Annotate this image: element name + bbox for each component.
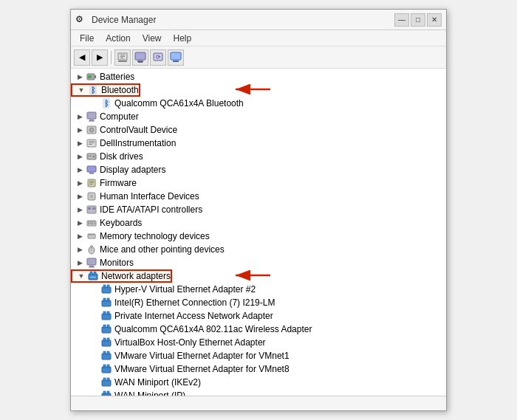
wan-ip-icon <box>100 390 112 396</box>
toolbar-extra-button[interactable] <box>168 49 184 66</box>
svg-rect-33 <box>87 166 96 172</box>
tree-item-displayadapters[interactable]: ▶ Display adapters <box>71 163 446 176</box>
toolbar-forward-button[interactable]: ▶ <box>92 49 108 66</box>
firmware-icon <box>86 177 97 189</box>
menu-file[interactable]: File <box>74 32 100 45</box>
tree-item-network[interactable]: ▼ Network adapters <box>71 269 172 283</box>
minimize-button[interactable]: — <box>394 13 409 27</box>
mice-icon <box>86 244 97 255</box>
network-arrow <box>230 268 274 283</box>
svg-point-68 <box>95 277 96 278</box>
toolbar-back-button[interactable]: ◀ <box>74 49 90 66</box>
svg-rect-81 <box>103 325 106 328</box>
expand-diskdrives[interactable]: ▶ <box>74 151 86 162</box>
displayadapters-icon <box>86 164 97 176</box>
svg-point-25 <box>89 128 94 132</box>
close-button[interactable]: ✕ <box>427 13 442 27</box>
diskdrives-label: Disk drives <box>100 151 143 162</box>
toolbar-scan-button[interactable] <box>132 49 148 66</box>
tree-item-qualcomm-wifi[interactable]: Qualcomm QCA61x4A 802.11ac Wireless Adap… <box>71 323 446 336</box>
svg-rect-75 <box>103 298 106 301</box>
tree-item-vmware8[interactable]: VMware Virtual Ethernet Adapter for VMne… <box>71 362 446 376</box>
svg-rect-11 <box>173 61 179 62</box>
tree-item-wan-ikev2[interactable]: WAN Miniport (IKEv2) <box>71 376 446 389</box>
expand-keyboards[interactable]: ▶ <box>74 217 86 229</box>
expand-bluetooth[interactable]: ▼ <box>75 84 87 96</box>
tree-item-ide[interactable]: ▶ IDE ATA/ATAPI controllers <box>71 203 446 216</box>
expand-firmware[interactable]: ▶ <box>74 177 86 189</box>
tree-item-wan-ip[interactable]: WAN Miniport (IP) <box>71 389 446 396</box>
expand-mice[interactable]: ▶ <box>74 244 86 255</box>
window-title: Device Manager <box>92 15 156 25</box>
expand-ide[interactable]: ▶ <box>74 204 86 216</box>
toolbar: ◀ ▶ ⟳ <box>71 47 446 69</box>
expand-controlvault[interactable]: ▶ <box>74 124 86 136</box>
tree-item-intel-eth[interactable]: Intel(R) Ethernet Connection (7) I219-LM <box>71 296 446 309</box>
window-icon: ⚙ <box>75 14 87 26</box>
expand-displayadapters[interactable]: ▶ <box>74 164 86 176</box>
tree-item-firmware[interactable]: ▶ Firmware <box>71 176 446 190</box>
tree-item-controlvault[interactable]: ▶ ControlVault Device <box>71 123 446 137</box>
tree-item-hyperv[interactable]: Hyper-V Virtual Ethernet Adapter #2 <box>71 283 446 296</box>
network-icon <box>87 270 99 282</box>
bluetooth-label: Bluetooth <box>101 85 139 95</box>
bluetooth-row-container: ▼ ᛒ Bluetooth <box>71 83 446 97</box>
expand-network[interactable]: ▼ <box>75 270 87 282</box>
svg-rect-53 <box>89 234 89 235</box>
tree-item-bluetooth[interactable]: ▼ ᛒ Bluetooth <box>71 83 140 97</box>
svg-rect-6 <box>137 61 143 62</box>
tree-item-diskdrives[interactable]: ▶ Disk drives <box>71 150 446 163</box>
svg-rect-37 <box>89 182 94 183</box>
hyperv-icon <box>100 283 112 295</box>
svg-rect-23 <box>89 121 95 122</box>
expand-memtech[interactable]: ▶ <box>74 230 86 242</box>
status-bar <box>71 396 446 410</box>
monitors-icon <box>86 257 97 269</box>
expand-hid[interactable]: ▶ <box>74 190 86 202</box>
expand-monitors[interactable]: ▶ <box>74 257 86 269</box>
svg-rect-50 <box>90 224 93 225</box>
device-tree[interactable]: ▶ Batteries ▼ ᛒ Bluetooth <box>71 69 446 396</box>
expand-dellinstr[interactable]: ▶ <box>74 137 86 149</box>
computer-label: Computer <box>100 111 139 122</box>
tree-item-private-inet[interactable]: Private Internet Access Network Adapter <box>71 309 446 323</box>
expand-batteries[interactable]: ▶ <box>74 71 86 83</box>
tree-item-mice[interactable]: ▶ Mice and other pointing devices <box>71 243 446 256</box>
tree-item-computer[interactable]: ▶ Computer <box>71 110 446 123</box>
tree-item-dellinstr[interactable]: ▶ DellInstrumentation <box>71 137 446 150</box>
wan-ip-label: WAN Miniport (IP) <box>114 390 185 396</box>
tree-item-hid[interactable]: ▶ Human Interface Devices <box>71 190 446 203</box>
title-bar-left: ⚙ Device Manager <box>75 14 156 26</box>
tree-item-vbox[interactable]: VirtualBox Host-Only Ethernet Adapter <box>71 336 446 349</box>
tree-item-vmware1[interactable]: VMware Virtual Ethernet Adapter for VMne… <box>71 349 446 362</box>
svg-rect-65 <box>94 272 96 275</box>
ide-icon <box>86 204 97 216</box>
qualcomm-bt-icon: ᛒ <box>100 97 112 109</box>
svg-rect-38 <box>89 184 92 185</box>
svg-rect-13 <box>95 75 96 78</box>
svg-rect-91 <box>107 365 109 368</box>
svg-rect-22 <box>89 120 94 121</box>
memtech-icon <box>86 230 97 242</box>
tree-item-memtech[interactable]: ▶ Memory technology devices <box>71 230 446 243</box>
svg-point-59 <box>91 246 93 248</box>
svg-rect-1 <box>118 61 127 62</box>
svg-rect-27 <box>89 141 95 142</box>
toolbar-update-button[interactable]: ⟳ <box>150 49 166 66</box>
menu-view[interactable]: View <box>137 32 168 45</box>
svg-rect-43 <box>92 207 95 210</box>
svg-rect-85 <box>107 338 109 341</box>
diskdrives-icon <box>86 151 97 162</box>
toolbar-properties-button[interactable] <box>114 49 131 66</box>
svg-rect-7 <box>138 62 143 63</box>
menu-bar: File Action View Help <box>71 30 446 47</box>
ide-label: IDE ATA/ATAPI controllers <box>100 204 202 215</box>
tree-item-qualcomm-bt[interactable]: ᛒ Qualcomm QCA61x4A Bluetooth <box>71 97 446 110</box>
tree-item-keyboards[interactable]: ▶ Keyboards <box>71 216 446 230</box>
svg-rect-46 <box>90 221 92 223</box>
maximize-button[interactable]: □ <box>411 13 425 27</box>
menu-help[interactable]: Help <box>168 32 198 45</box>
menu-action[interactable]: Action <box>100 32 136 45</box>
svg-rect-73 <box>107 285 109 288</box>
expand-computer[interactable]: ▶ <box>74 111 86 123</box>
